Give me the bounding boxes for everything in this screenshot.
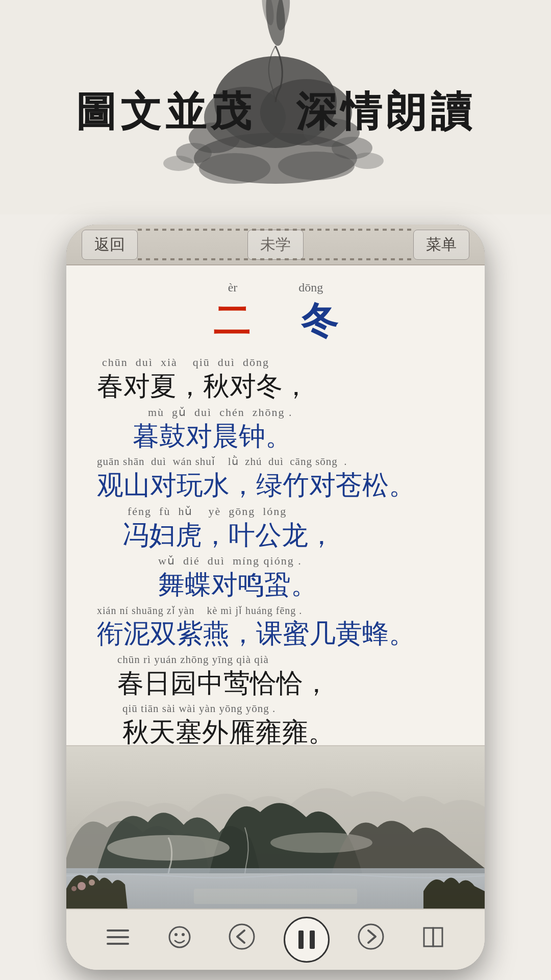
top-title: 圖文並茂 深情朗讀	[76, 85, 475, 140]
title-left: 圖文並茂	[76, 85, 255, 140]
pinyin-dong: dōng	[298, 281, 323, 295]
back-button[interactable]: 返回	[82, 230, 138, 260]
pinyin-er: èr	[228, 281, 238, 295]
pause-icon	[291, 924, 322, 955]
next-icon	[357, 923, 385, 957]
prev-button[interactable]	[221, 919, 262, 960]
list-icon	[105, 924, 131, 955]
landscape-svg	[66, 746, 485, 909]
svg-point-28	[182, 933, 185, 936]
bottom-nav	[66, 909, 485, 970]
list-button[interactable]	[97, 919, 138, 960]
play-pause-button[interactable]	[284, 917, 330, 963]
top-section: 圖文並茂 深情朗讀	[0, 0, 551, 214]
face-button[interactable]	[159, 919, 200, 960]
landscape-image-section	[66, 745, 485, 909]
nav-bar: 返回 未学 菜单	[66, 225, 485, 265]
line-3: guān shān duì wán shuǐ lǜ zhú duì cāng s…	[97, 455, 454, 503]
svg-point-14	[351, 153, 384, 169]
line-8: qiū tiān sài wài yàn yōng yōng . 秋天塞外雁雍雍…	[97, 702, 454, 745]
svg-point-12	[278, 152, 355, 180]
book-button[interactable]	[413, 919, 454, 960]
content-area: èr dōng 二 冬 chūn duì xià qiū duì dōng 春对…	[66, 265, 485, 909]
line-2: mù gǔ duì chén zhōng . 暮鼓对晨钟。	[97, 406, 454, 454]
svg-rect-30	[298, 930, 304, 949]
lesson-pinyin: èr dōng	[97, 281, 454, 295]
book-icon	[420, 924, 446, 956]
title-right: 深情朗讀	[296, 85, 475, 140]
line-5: wǔ dié duì míng qióng . 舞蝶对鸣蛩。	[97, 554, 454, 602]
line-7: chūn rì yuán zhōng yīng qià qià 春日园中莺恰恰，	[97, 653, 454, 701]
face-icon	[167, 924, 192, 955]
next-button[interactable]	[350, 919, 391, 960]
text-content: èr dōng 二 冬 chūn duì xià qiū duì dōng 春对…	[66, 265, 485, 745]
prev-icon	[228, 923, 256, 957]
lesson-chars: 二 冬	[97, 297, 454, 346]
svg-point-29	[230, 924, 254, 949]
char-er: 二	[213, 297, 250, 346]
svg-point-20	[89, 879, 95, 886]
svg-rect-31	[310, 930, 315, 949]
svg-point-13	[163, 156, 194, 171]
svg-point-19	[78, 882, 86, 890]
svg-rect-22	[194, 889, 357, 904]
svg-point-16	[107, 835, 230, 861]
menu-button[interactable]: 菜单	[413, 230, 469, 260]
line-6: xián ní shuāng zǐ yàn kè mì jǐ huáng fēn…	[97, 604, 454, 651]
status-badge: 未学	[247, 230, 304, 260]
svg-point-27	[174, 933, 178, 936]
lesson-title: èr dōng 二 冬	[97, 281, 454, 346]
svg-point-21	[71, 886, 77, 891]
svg-point-17	[270, 832, 372, 853]
svg-point-11	[199, 153, 270, 184]
line-1: chūn duì xià qiū duì dōng 春对夏，秋对冬，	[97, 356, 454, 404]
svg-point-26	[169, 927, 190, 947]
line-4: féng fù hǔ yè gōng lóng 冯妇虎，叶公龙，	[97, 505, 454, 553]
phone-mockup: 返回 未学 菜单 èr dōng 二 冬	[66, 225, 485, 970]
char-dong: 冬	[301, 297, 338, 346]
svg-point-32	[359, 924, 383, 949]
phone-inner: 返回 未学 菜单 èr dōng 二 冬	[66, 225, 485, 970]
